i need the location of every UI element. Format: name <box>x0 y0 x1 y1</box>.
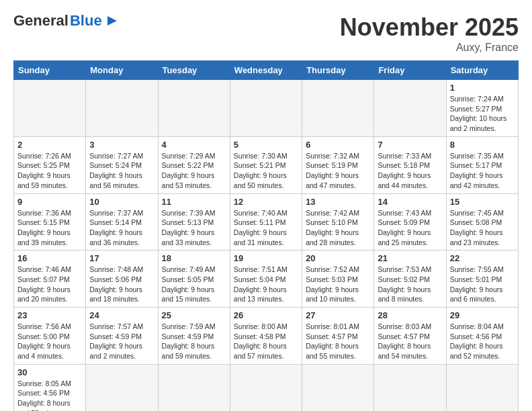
logo-text-general: General <box>13 13 69 28</box>
month-title: November 2025 <box>340 13 519 42</box>
day-cell: 2Sunrise: 7:26 AM Sunset: 5:25 PM Daylig… <box>14 136 86 193</box>
day-cell: 8Sunrise: 7:35 AM Sunset: 5:17 PM Daylig… <box>446 136 518 193</box>
day-cell: 12Sunrise: 7:40 AM Sunset: 5:11 PM Dayli… <box>230 193 302 250</box>
day-number: 30 <box>17 367 82 377</box>
day-cell: 28Sunrise: 8:03 AM Sunset: 4:57 PM Dayli… <box>374 308 446 365</box>
day-info: Sunrise: 7:36 AM Sunset: 5:15 PM Dayligh… <box>17 208 82 248</box>
svg-marker-0 <box>107 16 117 26</box>
day-number: 4 <box>162 140 226 150</box>
week-row-3: 9Sunrise: 7:36 AM Sunset: 5:15 PM Daylig… <box>14 193 519 250</box>
day-info: Sunrise: 8:01 AM Sunset: 4:57 PM Dayligh… <box>306 322 370 361</box>
calendar-table: SundayMondayTuesdayWednesdayThursdayFrid… <box>13 60 519 411</box>
day-info: Sunrise: 7:59 AM Sunset: 4:59 PM Dayligh… <box>162 322 226 361</box>
day-cell <box>374 80 446 137</box>
day-number: 6 <box>306 140 370 150</box>
day-number: 19 <box>234 253 298 263</box>
day-cell: 22Sunrise: 7:55 AM Sunset: 5:01 PM Dayli… <box>446 250 518 308</box>
day-cell <box>230 364 302 411</box>
day-number: 5 <box>234 140 298 150</box>
day-info: Sunrise: 7:45 AM Sunset: 5:08 PM Dayligh… <box>450 208 515 248</box>
weekday-header-row: SundayMondayTuesdayWednesdayThursdayFrid… <box>14 61 519 80</box>
day-info: Sunrise: 7:43 AM Sunset: 5:09 PM Dayligh… <box>378 208 442 248</box>
day-info: Sunrise: 8:04 AM Sunset: 4:56 PM Dayligh… <box>450 322 515 361</box>
week-row-4: 16Sunrise: 7:46 AM Sunset: 5:07 PM Dayli… <box>14 250 519 308</box>
day-info: Sunrise: 7:46 AM Sunset: 5:07 PM Dayligh… <box>17 265 82 304</box>
day-cell <box>86 80 158 137</box>
day-number: 9 <box>17 197 82 207</box>
day-info: Sunrise: 7:55 AM Sunset: 5:01 PM Dayligh… <box>450 265 515 304</box>
week-row-6: 30Sunrise: 8:05 AM Sunset: 4:56 PM Dayli… <box>14 364 519 411</box>
day-info: Sunrise: 7:51 AM Sunset: 5:04 PM Dayligh… <box>234 265 298 304</box>
day-info: Sunrise: 8:05 AM Sunset: 4:56 PM Dayligh… <box>17 379 82 411</box>
day-info: Sunrise: 7:48 AM Sunset: 5:06 PM Dayligh… <box>89 265 154 304</box>
page-header: General Blue November 2025 Auxy, France <box>13 13 519 54</box>
day-number: 2 <box>17 140 82 150</box>
day-number: 3 <box>89 140 154 150</box>
title-area: November 2025 Auxy, France <box>340 13 519 54</box>
week-row-1: 1Sunrise: 7:24 AM Sunset: 5:27 PM Daylig… <box>14 80 519 137</box>
weekday-header-wednesday: Wednesday <box>230 61 302 80</box>
day-number: 11 <box>162 197 226 207</box>
weekday-header-sunday: Sunday <box>14 61 86 80</box>
week-row-2: 2Sunrise: 7:26 AM Sunset: 5:25 PM Daylig… <box>14 136 519 193</box>
day-number: 13 <box>306 197 370 207</box>
day-cell: 18Sunrise: 7:49 AM Sunset: 5:05 PM Dayli… <box>158 250 230 308</box>
day-cell <box>302 364 374 411</box>
day-number: 8 <box>450 140 515 150</box>
day-info: Sunrise: 7:29 AM Sunset: 5:22 PM Dayligh… <box>162 151 226 191</box>
day-cell: 3Sunrise: 7:27 AM Sunset: 5:24 PM Daylig… <box>86 136 158 193</box>
day-number: 20 <box>306 253 370 263</box>
day-number: 12 <box>234 197 298 207</box>
day-cell: 4Sunrise: 7:29 AM Sunset: 5:22 PM Daylig… <box>158 136 230 193</box>
day-cell: 24Sunrise: 7:57 AM Sunset: 4:59 PM Dayli… <box>86 308 158 365</box>
day-cell: 29Sunrise: 8:04 AM Sunset: 4:56 PM Dayli… <box>446 308 518 365</box>
day-cell <box>14 80 86 137</box>
day-cell: 14Sunrise: 7:43 AM Sunset: 5:09 PM Dayli… <box>374 193 446 250</box>
day-number: 22 <box>450 253 515 263</box>
day-cell <box>86 364 158 411</box>
day-info: Sunrise: 7:49 AM Sunset: 5:05 PM Dayligh… <box>162 265 226 304</box>
day-info: Sunrise: 7:32 AM Sunset: 5:19 PM Dayligh… <box>306 151 370 191</box>
day-number: 27 <box>306 310 370 320</box>
day-number: 28 <box>378 310 442 320</box>
day-cell: 30Sunrise: 8:05 AM Sunset: 4:56 PM Dayli… <box>14 364 86 411</box>
day-info: Sunrise: 8:00 AM Sunset: 4:58 PM Dayligh… <box>234 322 298 361</box>
day-info: Sunrise: 8:03 AM Sunset: 4:57 PM Dayligh… <box>378 322 442 361</box>
weekday-header-monday: Monday <box>86 61 158 80</box>
day-number: 29 <box>450 310 515 320</box>
location: Auxy, France <box>340 42 519 54</box>
day-info: Sunrise: 7:33 AM Sunset: 5:18 PM Dayligh… <box>378 151 442 191</box>
day-cell: 16Sunrise: 7:46 AM Sunset: 5:07 PM Dayli… <box>14 250 86 308</box>
day-cell: 17Sunrise: 7:48 AM Sunset: 5:06 PM Dayli… <box>86 250 158 308</box>
day-cell: 5Sunrise: 7:30 AM Sunset: 5:21 PM Daylig… <box>230 136 302 193</box>
day-info: Sunrise: 7:57 AM Sunset: 4:59 PM Dayligh… <box>89 322 154 361</box>
day-number: 26 <box>234 310 298 320</box>
day-info: Sunrise: 7:26 AM Sunset: 5:25 PM Dayligh… <box>17 151 82 191</box>
day-cell: 9Sunrise: 7:36 AM Sunset: 5:15 PM Daylig… <box>14 193 86 250</box>
logo-text-blue: Blue <box>70 13 102 28</box>
day-cell: 25Sunrise: 7:59 AM Sunset: 4:59 PM Dayli… <box>158 308 230 365</box>
day-cell: 23Sunrise: 7:56 AM Sunset: 5:00 PM Dayli… <box>14 308 86 365</box>
day-info: Sunrise: 7:30 AM Sunset: 5:21 PM Dayligh… <box>234 151 298 191</box>
day-cell: 6Sunrise: 7:32 AM Sunset: 5:19 PM Daylig… <box>302 136 374 193</box>
day-info: Sunrise: 7:40 AM Sunset: 5:11 PM Dayligh… <box>234 208 298 248</box>
day-number: 7 <box>378 140 442 150</box>
day-info: Sunrise: 7:56 AM Sunset: 5:00 PM Dayligh… <box>17 322 82 361</box>
day-info: Sunrise: 7:42 AM Sunset: 5:10 PM Dayligh… <box>306 208 370 248</box>
day-cell: 20Sunrise: 7:52 AM Sunset: 5:03 PM Dayli… <box>302 250 374 308</box>
week-row-5: 23Sunrise: 7:56 AM Sunset: 5:00 PM Dayli… <box>14 308 519 365</box>
weekday-header-friday: Friday <box>374 61 446 80</box>
day-info: Sunrise: 7:27 AM Sunset: 5:24 PM Dayligh… <box>89 151 154 191</box>
day-number: 16 <box>17 253 82 263</box>
day-cell: 27Sunrise: 8:01 AM Sunset: 4:57 PM Dayli… <box>302 308 374 365</box>
day-cell: 11Sunrise: 7:39 AM Sunset: 5:13 PM Dayli… <box>158 193 230 250</box>
day-cell <box>230 80 302 137</box>
day-number: 18 <box>162 253 226 263</box>
day-number: 14 <box>378 197 442 207</box>
day-number: 17 <box>89 253 154 263</box>
day-info: Sunrise: 7:35 AM Sunset: 5:17 PM Dayligh… <box>450 151 515 191</box>
logo-icon <box>105 13 120 28</box>
day-number: 1 <box>450 83 515 93</box>
day-cell <box>158 364 230 411</box>
day-info: Sunrise: 7:53 AM Sunset: 5:02 PM Dayligh… <box>378 265 442 304</box>
